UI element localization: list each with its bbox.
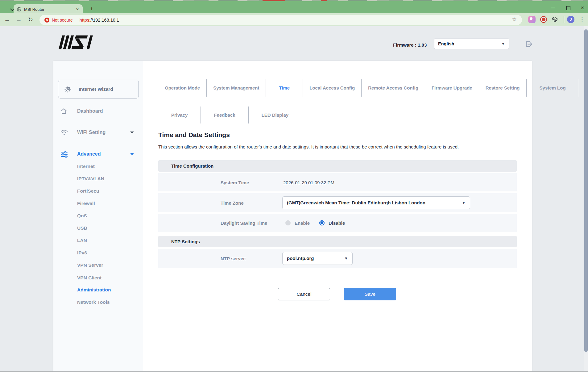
sidebar-item-advanced[interactable]: Advanced (53, 148, 143, 160)
logout-icon[interactable] (524, 40, 533, 48)
url-scheme: https (80, 18, 89, 23)
reload-icon[interactable]: ↻ (26, 15, 35, 24)
back-icon[interactable]: ← (2, 15, 12, 24)
home-icon (60, 107, 68, 115)
sidebar-item-ipv6[interactable]: IPv6 (77, 248, 87, 257)
new-tab-button[interactable]: + (88, 6, 95, 12)
chevron-down-icon: ▼ (462, 201, 466, 205)
address-bar[interactable]: ✕ Not secure https://192.168.10.1 (39, 15, 522, 25)
daylight-saving-label: Daylight Saving Time (221, 220, 267, 225)
msi-logo (59, 35, 100, 51)
save-button[interactable]: Save (344, 288, 396, 300)
row-daylight-saving: Daylight Saving Time Enable Disable (158, 214, 517, 232)
row-time-zone: Time Zone (GMT)Greenwich Mean Time: Dubl… (158, 193, 517, 212)
page-title: Time and Date Settings (158, 131, 230, 139)
row-ntp-server: NTP server: pool.ntp.org ▼ (158, 249, 517, 268)
not-secure-label[interactable]: Not secure (52, 18, 73, 23)
section-title: NTP Settings (171, 239, 200, 244)
forward-icon[interactable]: → (14, 15, 23, 24)
browser-tab-strip: MSI Router ✕ + ✕ (0, 1, 588, 13)
sidebar-item-label: Internet Wizard (79, 86, 113, 92)
tab-system-log[interactable]: System Log (527, 79, 579, 97)
tab-time[interactable]: Time (266, 79, 303, 97)
sidebar-item-label: Advanced (77, 151, 101, 157)
cancel-button[interactable]: Cancel (278, 288, 330, 300)
tab-remote-access-config[interactable]: Remote Access Config (362, 79, 425, 97)
section-header-ntp-settings: NTP Settings (158, 236, 517, 247)
wifi-icon (60, 129, 68, 136)
bookmark-star-icon[interactable]: ☆ (511, 16, 517, 23)
time-zone-selected-value: (GMT)Greenwich Mean Time: Dublin Edinbur… (287, 200, 462, 205)
sidebar-item-wifi-setting[interactable]: WiFi Setting (53, 126, 143, 139)
dst-disable-radio[interactable] (319, 220, 325, 225)
sidebar-item-dashboard[interactable]: Dashboard (53, 105, 143, 117)
sidebar-item-label: Dashboard (77, 108, 103, 114)
sidebar-item-qos[interactable]: QoS (77, 211, 87, 220)
globe-favicon-icon (17, 7, 22, 12)
sidebar-item-label: WiFi Setting (77, 130, 106, 135)
extension-pink-icon[interactable] (528, 16, 536, 23)
url-rest: ://192.168.10.1 (89, 18, 119, 23)
sliders-icon (60, 150, 68, 158)
not-secure-badge-icon: ✕ (44, 18, 49, 23)
language-selected-value: English (438, 41, 501, 46)
page-description: This section allows the configuration of… (158, 144, 528, 149)
tab-title: MSI Router (24, 7, 75, 12)
system-time-value: 2026-01-29 01:09:32 PM (283, 180, 334, 185)
chevron-down-icon: ▼ (344, 256, 348, 261)
dst-enable-label[interactable]: Enable (295, 220, 310, 225)
tab-system-management[interactable]: System Management (207, 79, 266, 97)
ntp-server-label: NTP server: (221, 256, 246, 261)
sidebar: Internet Wizard Dashboard WiFi Setting (53, 61, 143, 372)
sidebar-item-lan[interactable]: LAN (77, 236, 87, 245)
url-text[interactable]: https://192.168.10.1 (80, 18, 119, 23)
sidebar-item-administration[interactable]: Administration (77, 285, 111, 295)
tab-led-display[interactable]: LED Display (249, 107, 302, 123)
tab-restore-setting[interactable]: Restore Setting (479, 79, 527, 97)
tab-feedback[interactable]: Feedback (201, 107, 248, 123)
tab-operation-mode[interactable]: Operation Mode (158, 79, 207, 97)
sidebar-item-vpn-client[interactable]: VPN Client (77, 273, 101, 282)
extensions-puzzle-icon[interactable] (551, 16, 558, 23)
admin-tabs-row2: Privacy Feedback LED Display (158, 107, 301, 123)
ntp-server-select[interactable]: pool.ntp.org ▼ (282, 252, 353, 265)
tab-local-access-config[interactable]: Local Access Config (303, 79, 362, 97)
extension-record-icon[interactable] (540, 16, 547, 23)
chevron-down-icon (130, 153, 134, 156)
tab-close-icon[interactable]: ✕ (75, 7, 80, 11)
dst-disable-label[interactable]: Disable (329, 220, 345, 225)
toolbar-divider (564, 16, 564, 23)
window-minimize-button[interactable] (548, 5, 558, 11)
system-time-label: System Time (221, 180, 249, 185)
gear-icon (64, 85, 72, 93)
time-zone-label: Time Zone (221, 200, 244, 205)
firmware-version: Firmware : 1.03 (393, 42, 427, 48)
row-system-time: System Time 2026-01-29 01:09:32 PM (158, 173, 517, 191)
language-select[interactable]: English ▼ (434, 39, 509, 49)
sidebar-item-internet-wizard[interactable]: Internet Wizard (58, 80, 139, 98)
sidebar-item-firewall[interactable]: Firewall (77, 199, 95, 208)
sidebar-item-fortisecu[interactable]: FortiSecu (77, 186, 99, 196)
section-title: Time Configuration (171, 163, 213, 169)
window-maximize-button[interactable] (563, 5, 573, 11)
browser-menu-icon[interactable]: ⋮ (579, 15, 585, 23)
time-zone-select[interactable]: (GMT)Greenwich Mean Time: Dublin Edinbur… (282, 196, 470, 209)
tab-firmware-upgrade[interactable]: Firmware Upgrade (425, 79, 479, 97)
sidebar-item-usb[interactable]: USB (77, 224, 87, 233)
page-scrollbar-thumb[interactable] (584, 29, 588, 352)
chevron-down-icon: ▼ (501, 42, 505, 46)
sidebar-item-network-tools[interactable]: Network Tools (77, 298, 110, 307)
admin-tabs-row1: Operation Mode System Management Time Lo… (158, 79, 579, 97)
sidebar-item-iptv-vlan[interactable]: IPTV&VLAN (77, 174, 104, 183)
window-close-button[interactable]: ✕ (578, 5, 587, 11)
sidebar-item-vpn-server[interactable]: VPN Server (77, 261, 103, 270)
profile-avatar[interactable]: J (567, 16, 574, 23)
tab-privacy[interactable]: Privacy (158, 107, 201, 123)
screen: MSI Router ✕ + ✕ ← → ↻ ✕ Not secure http… (0, 0, 588, 372)
main-card: Internet Wizard Dashboard WiFi Setting (53, 61, 532, 372)
sidebar-item-internet[interactable]: Internet (77, 162, 95, 171)
chevron-down-icon (130, 131, 134, 134)
dst-enable-radio[interactable] (285, 220, 291, 225)
section-header-time-configuration: Time Configuration (158, 160, 517, 172)
ntp-server-selected-value: pool.ntp.org (287, 256, 344, 261)
